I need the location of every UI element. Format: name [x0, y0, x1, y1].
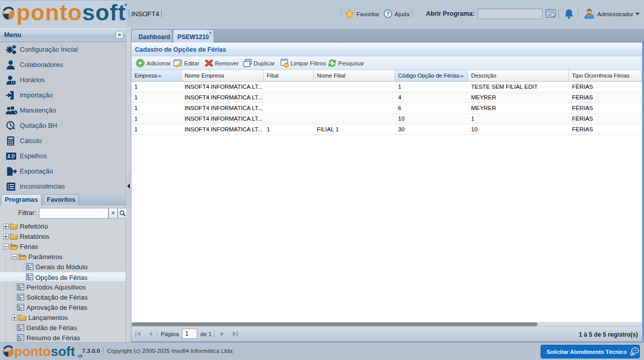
svg-text:?: ? [386, 11, 390, 17]
